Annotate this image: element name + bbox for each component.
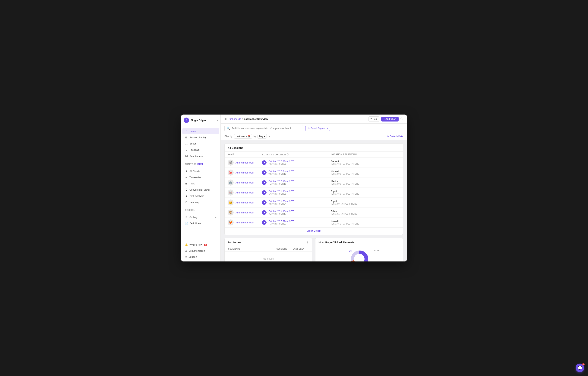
analytics-nav: ≡ All Charts ∿ Timeseries ⊞ Table ⊽ Conv… [181,166,220,207]
top-issues-more-button[interactable]: ⋮ [306,241,309,244]
sidebar-item-issues[interactable]: △ Issues [182,141,219,146]
session-time-3: October 17, 4:41am CDT 17 events • 0:00:… [268,190,294,195]
sidebar-item-table[interactable]: ⊞ Table [182,180,219,187]
play-button-4[interactable] [262,200,267,205]
general-section-label: General [181,207,220,212]
sidebar-item-home[interactable]: Home [182,128,219,134]
col-last-seen: Last Seen [293,248,309,250]
sessions-table: Name Activity & Duration ⓘ Location & Pl… [225,152,403,227]
top-issues-header: Top Issues ⋮ [225,238,312,246]
day-dropdown-icon: ▾ [264,135,265,138]
username-6[interactable]: Anonymous User [235,221,254,224]
rage-clicks-more-button[interactable]: ⋮ [397,241,400,244]
sidebar-item-settings[interactable]: ⚙ Settings ▶ [182,214,219,220]
view-more-button[interactable]: VIEW MORE [225,227,403,235]
table-row: 🐱 Anonymous User October 17, 4:36am CDT … [225,198,403,208]
heatmap-icon: □ [185,201,188,204]
sidebar-item-session-replay[interactable]: ⊡ Session Replay [182,134,219,140]
session-user-2: 🤖 Anonymous User [228,179,262,186]
rage-clicks-title: Most Rage Clicked Elements [318,241,354,244]
sidebar-label-timeseries: Timeseries [189,176,201,179]
sidebar-item-dashboards[interactable]: ▦ Dashboards [182,153,219,159]
sidebar-item-documentation[interactable]: ⊟ Documentation [182,248,219,254]
username-0[interactable]: Anonymous User [235,161,254,164]
session-user-5: 🐒 Anonymous User [228,210,262,215]
help-icon: ? [371,118,372,120]
play-button-5[interactable] [262,210,267,215]
top-issues-title: Top Issues [228,241,241,244]
session-events-3: 17 events • 0:00:06 [268,193,294,195]
col-sessions: Sessions [276,248,293,250]
search-icon: 🔍 [226,126,230,130]
org-dropdown-icon[interactable]: ▾ [217,119,218,121]
general-nav: ⚙ Settings ▶ 📄 Definitions [181,212,220,228]
play-button-0[interactable] [262,160,267,165]
sidebar-label-all-charts: All Charts [189,170,200,173]
search-input[interactable] [232,127,301,130]
refresh-button[interactable]: ↻ Refresh Data [387,135,403,138]
session-events-1: 93 events • 0:00:15 [268,173,294,175]
play-button-6[interactable] [262,220,267,225]
breadcrumb-parent[interactable]: Dashboards [228,118,241,120]
chat-badge: 2 [582,363,585,365]
all-sessions-more-button[interactable]: ⋮ [397,146,400,150]
sidebar-item-support[interactable]: ◎ Support [182,254,219,260]
breadcrumb-separator: / [242,118,243,120]
session-location-5: Bristol IOS 18.1 • APPLE IPHONE [331,210,400,215]
settings-arrow-icon: ▶ [215,216,217,218]
saved-segments-button[interactable]: ⊹ Saved Segments [305,126,330,131]
play-button-2[interactable] [262,180,267,185]
avatar-3: 🐭 [228,189,234,196]
col-activity: Activity & Duration ⓘ [262,153,331,156]
sidebar-label-dashboards: Dashboards [189,155,203,157]
session-activity-0: October 17, 5:37am CDT 74 events • 0:00:… [262,160,331,165]
sidebar-item-conversion-funnel[interactable]: ⊽ Conversion Funnel [182,187,219,193]
session-activity-2: October 17, 5:18am CDT 41 events • 0:00:… [262,180,331,185]
username-4[interactable]: Anonymous User [235,201,254,204]
add-chart-button[interactable]: + Add Chart [381,117,399,122]
username-3[interactable]: Anonymous User [235,191,254,194]
rage-clicks-header: Most Rage Clicked Elements ⋮ [315,238,403,246]
username-1[interactable]: Anonymous User [235,171,254,174]
sidebar-item-all-charts[interactable]: ≡ All Charts [182,168,219,174]
session-device-5: IOS 18.1 • APPLE IPHONE [331,213,400,215]
col-issue-name: Issue Name [228,248,276,250]
main-nav: Home ⊡ Session Replay △ Issues ☺ Feedbac… [181,126,220,161]
info-button[interactable]: ⓘ [400,117,403,121]
sidebar-item-definitions[interactable]: 📄 Definitions [182,220,219,226]
sidebar-item-whats-new[interactable]: 🔔 What's New 2 [182,242,219,248]
username-5[interactable]: Anonymous User [235,211,254,214]
sidebar-label-definitions: Definitions [189,222,201,225]
pie-chart-container: START 4 Cup #01 [347,249,371,262]
filter-bar: 🔍 ⊹ Saved Segments [221,123,407,133]
dashboard-icon: ⊞ [224,118,227,121]
table-row: 🐒 Anonymous User October 17, 4:16am CDT … [225,208,403,218]
sidebar-label-whats-new: What's New [189,243,202,246]
clear-filter-button[interactable]: ✕ [268,135,271,138]
session-location-6: Kessel-Lo IOS 17.6.1 • APPLE IPHONE [331,220,400,225]
chat-widget-button[interactable]: 💬 2 [576,364,584,372]
session-city-1: Homyel [331,170,400,173]
sidebar-item-heatmap[interactable]: □ Heatmap [182,199,219,205]
all-charts-icon: ≡ [185,169,188,173]
session-device-2: IOS 18.0.1 • APPLE IPHONE [331,183,400,185]
sidebar-label-home: Home [189,130,196,133]
session-events-5: 31 events • 0:00:17 [268,213,294,215]
username-2[interactable]: Anonymous User [235,181,254,184]
sidebar-item-path-analysis[interactable]: ◈ Path Analysis [182,193,219,199]
table-row: 🦊 Anonymous User October 17, 3:22am CDT … [225,218,403,227]
play-button-3[interactable] [262,190,267,195]
activity-info-icon[interactable]: ⓘ [287,153,289,156]
by-label: by [253,135,256,138]
session-time-4: October 17, 4:36am CDT 33 events • 0:00:… [268,200,294,205]
sidebar-item-timeseries[interactable]: ∿ Timeseries [182,174,219,180]
pro-badge: PRO [198,163,203,165]
sidebar-label-support: Support [189,255,197,258]
search-input-wrap[interactable]: 🔍 [224,125,304,131]
play-button-1[interactable] [262,170,267,175]
help-button[interactable]: ? Help [368,116,379,122]
sidebar-item-feedback[interactable]: ☺ Feedback [182,147,219,153]
day-filter[interactable]: Day ▾ [258,134,267,139]
date-filter-chip[interactable]: Last Month 📅 [234,134,252,139]
all-sessions-title: All Sessions [228,146,243,149]
